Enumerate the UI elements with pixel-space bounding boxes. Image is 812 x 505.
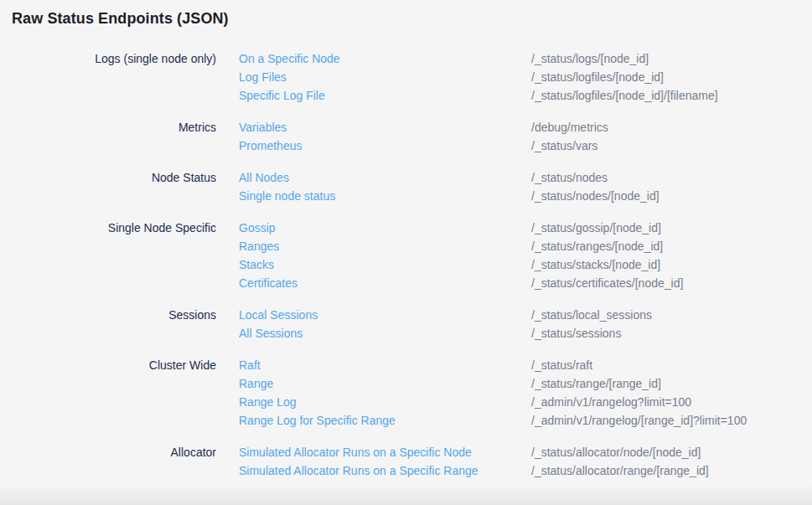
endpoint-path: /_admin/v1/rangelog/[range_id]?limit=100 <box>531 411 812 430</box>
endpoint-path: /_status/stacks/[node_id] <box>531 255 812 274</box>
endpoint-category-label: Allocator <box>0 443 216 461</box>
endpoint-category-label: Cluster Wide <box>0 356 216 374</box>
endpoint-link[interactable]: Simulated Allocator Runs on a Specific N… <box>216 443 472 461</box>
endpoint-link[interactable]: All Sessions <box>216 324 303 343</box>
endpoint-link[interactable]: Simulated Allocator Runs on a Specific R… <box>216 461 478 480</box>
endpoint-link[interactable]: Stacks <box>216 255 274 274</box>
endpoint-link[interactable]: Variables <box>216 118 287 137</box>
endpoint-path: /_admin/v1/rangelog?limit=100 <box>531 393 812 411</box>
endpoint-path: /_status/raft <box>531 356 812 374</box>
endpoint-group: Metrics Variables /debug/metrics Prometh… <box>0 118 812 155</box>
endpoint-path: /_status/ranges/[node_id] <box>531 237 812 255</box>
page-footer-strip <box>0 484 812 505</box>
endpoint-path: /_status/gossip/[node_id] <box>531 219 812 237</box>
endpoint-link[interactable]: Single node status <box>216 187 335 205</box>
endpoint-link[interactable]: Local Sessions <box>216 306 318 324</box>
endpoint-link[interactable]: Specific Log File <box>216 86 325 105</box>
endpoint-link[interactable]: Range <box>216 374 273 393</box>
debug-page: Raw Status Endpoints (JSON) Logs (single… <box>0 0 812 505</box>
endpoint-link[interactable]: On a Specific Node <box>216 49 340 68</box>
endpoint-path: /_status/nodes <box>531 168 812 187</box>
endpoint-path: /_status/allocator/range/[range_id] <box>531 461 812 480</box>
endpoint-group: Sessions Local Sessions /_status/local_s… <box>0 306 812 343</box>
endpoint-category-label: Single Node Specific <box>0 219 216 237</box>
endpoint-link[interactable]: Certificates <box>216 274 297 292</box>
endpoint-group: Allocator Simulated Allocator Runs on a … <box>0 443 812 480</box>
endpoints-table: Logs (single node only) On a Specific No… <box>0 49 812 493</box>
endpoint-path: /_status/local_sessions <box>531 306 812 324</box>
endpoint-path: /_status/logfiles/[node_id]/[filename] <box>531 86 812 105</box>
endpoint-group: Node Status All Nodes /_status/nodes Sin… <box>0 168 812 205</box>
endpoint-category-label: Logs (single node only) <box>0 49 216 68</box>
endpoint-group: Cluster Wide Raft /_status/raft Range /_… <box>0 356 812 430</box>
endpoint-category-label: Sessions <box>0 306 216 324</box>
endpoint-path: /debug/metrics <box>531 118 812 137</box>
endpoint-path: /_status/vars <box>531 137 812 155</box>
endpoint-path: /_status/nodes/[node_id] <box>531 187 812 205</box>
endpoint-group: Logs (single node only) On a Specific No… <box>0 49 812 105</box>
endpoint-path: /_status/certificates/[node_id] <box>531 274 812 292</box>
endpoint-link[interactable]: Range Log for Specific Range <box>216 411 396 430</box>
endpoint-path: /_status/logfiles/[node_id] <box>531 68 812 86</box>
endpoint-path: /_status/allocator/node/[node_id] <box>531 443 812 461</box>
endpoint-link[interactable]: Prometheus <box>216 137 302 155</box>
endpoint-category-label: Node Status <box>0 168 216 187</box>
endpoint-path: /_status/logs/[node_id] <box>531 49 812 68</box>
endpoint-link[interactable]: Gossip <box>216 219 276 237</box>
endpoint-link[interactable]: All Nodes <box>216 168 289 187</box>
endpoint-link[interactable]: Raft <box>216 356 261 374</box>
endpoint-link[interactable]: Range Log <box>216 393 297 411</box>
endpoint-link[interactable]: Log Files <box>216 68 287 86</box>
endpoint-group: Single Node Specific Gossip /_status/gos… <box>0 219 812 292</box>
endpoint-category-label: Metrics <box>0 118 216 137</box>
endpoint-path: /_status/range/[range_id] <box>531 374 812 393</box>
endpoint-path: /_status/sessions <box>531 324 812 343</box>
page-title: Raw Status Endpoints (JSON) <box>12 10 229 28</box>
endpoint-link[interactable]: Ranges <box>216 237 279 255</box>
